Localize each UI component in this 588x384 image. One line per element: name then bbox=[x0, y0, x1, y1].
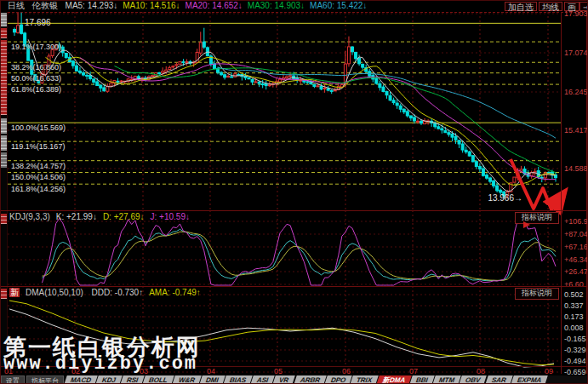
axis-tick-label: -0.165 bbox=[564, 335, 586, 343]
indicator-tab-SAR[interactable]: SAR bbox=[485, 375, 512, 384]
kdj-header: KDJ(9,3,3)K: +21.99↓D: +27.69↓J: +10.59↓ bbox=[9, 212, 202, 221]
candlestick-panel bbox=[8, 12, 561, 210]
dma-panel bbox=[8, 286, 561, 366]
axis-tick-label: 0.337 bbox=[564, 302, 584, 310]
ma-readouts: MA5: 14.293↓MA10: 14.516↓MA20: 14.652↓MA… bbox=[66, 1, 373, 10]
axis-tick-label: 14.588 bbox=[564, 165, 588, 173]
indicator-tab-新DMA[interactable]: 新DMA bbox=[376, 375, 412, 384]
fib-level-label: 119.1%(15.167) bbox=[11, 143, 65, 151]
add-watchlist-button[interactable]: 加自选 bbox=[505, 2, 537, 11]
axis-tick-label: +6.60 bbox=[564, 281, 584, 289]
left-toolbar-tile[interactable] bbox=[1, 135, 7, 151]
price-axis-border-right bbox=[586, 12, 587, 374]
indicator-tab-ASI[interactable]: ASI bbox=[250, 375, 275, 384]
indicator-readout: DDD: -0.730↑ bbox=[92, 288, 144, 297]
indicator-readout: D: +27.69↓ bbox=[103, 212, 145, 221]
left-toolbar bbox=[1, 12, 8, 368]
indicator-tab-OBV[interactable]: OBV bbox=[460, 375, 488, 384]
axis-tick-label: 0.008 bbox=[564, 324, 584, 332]
month-label: 09 bbox=[545, 368, 553, 375]
swing-low-label: 13.966→ bbox=[482, 194, 522, 203]
fib-level-label: 150.0%(14.506) bbox=[11, 174, 66, 181]
axis-tick-label: 17.903 bbox=[564, 10, 588, 18]
fib-level-label: 138.2%(14.757) bbox=[11, 163, 66, 170]
axis-tick-label: +106.9 bbox=[564, 218, 588, 226]
indicator-tab-BOLL[interactable]: BOLL bbox=[143, 375, 174, 384]
ma-readout: MA20: 14.652↓ bbox=[186, 1, 243, 10]
month-label: 08 bbox=[477, 368, 485, 375]
ma-readout: MA30: 14.903↓ bbox=[248, 1, 305, 10]
month-label: 02 bbox=[71, 368, 80, 375]
indicator-tab-MTM[interactable]: MTM bbox=[432, 375, 461, 384]
instrument-name[interactable]: 伦敦银 bbox=[32, 1, 58, 10]
indicator-tab-BIAS[interactable]: BIAS bbox=[223, 375, 253, 384]
month-label: 03 bbox=[140, 368, 148, 375]
axis-tick-label: +46.34 bbox=[564, 256, 588, 264]
dma-help-button[interactable]: 指标说明 bbox=[515, 288, 559, 300]
axis-tick-label: 0.173 bbox=[564, 313, 584, 321]
axis-tick-label: +26.47 bbox=[564, 268, 588, 276]
left-toolbar-tile[interactable] bbox=[1, 40, 7, 115]
indicator-tab-MACD[interactable]: MACD bbox=[64, 375, 98, 384]
indicator-readout: J: +10.59↓ bbox=[151, 212, 190, 221]
play-marker-icon bbox=[523, 221, 530, 228]
swing-high-label: 17.696 bbox=[25, 19, 51, 27]
dma-new-badge: 新 bbox=[9, 288, 20, 297]
left-toolbar-tile[interactable] bbox=[1, 214, 7, 224]
left-toolbar-tile[interactable] bbox=[1, 289, 7, 299]
left-toolbar-tile[interactable] bbox=[1, 152, 7, 168]
indicator-tab-ARBR[interactable]: ARBR bbox=[294, 375, 327, 384]
axis-tick-label: 15.417 bbox=[564, 127, 588, 135]
month-label: 04 bbox=[207, 368, 215, 375]
ma-readout: MA5: 14.293↓ bbox=[66, 1, 118, 10]
ma-readout: MA60: 15.422↓ bbox=[310, 1, 367, 10]
tab-指标平台[interactable]: 指标平台 bbox=[26, 375, 64, 384]
ma-toggle-button[interactable]: 均线 bbox=[539, 2, 562, 11]
indicator-tab-TRIX[interactable]: TRIX bbox=[350, 375, 379, 384]
month-label: 06 bbox=[342, 368, 351, 375]
dma-chart bbox=[8, 286, 561, 366]
chart-header: 日线 伦敦银 MA5: 14.293↓MA10: 14.516↓MA20: 14… bbox=[8, 1, 588, 13]
indicator-tab-DPO[interactable]: DPO bbox=[324, 375, 352, 384]
month-label: 05 bbox=[274, 368, 283, 375]
fib-level-label: 61.8%(16.389) bbox=[11, 86, 61, 94]
axis-tick-label: +67.16 bbox=[564, 244, 588, 251]
left-toolbar-tile[interactable] bbox=[1, 28, 7, 38]
period-label[interactable]: 日线 bbox=[8, 1, 25, 10]
axis-tick-label: 16.245 bbox=[564, 89, 588, 96]
fib-level-label: 19.1%(17.300) bbox=[11, 43, 61, 51]
left-toolbar-tile[interactable] bbox=[1, 13, 7, 26]
indicator-tab-BBI[interactable]: BBI bbox=[410, 375, 435, 384]
kdj-title[interactable]: KDJ(9,3,3) bbox=[9, 212, 50, 221]
axis-tick-label: -0.494 bbox=[564, 358, 586, 365]
indicator-tab-RSI[interactable]: RSI bbox=[120, 375, 145, 384]
indicator-readout: K: +21.99↓ bbox=[56, 212, 97, 221]
indicator-tab-bar: 设置指标平台MACDKDJRSIBOLLW&RDMIBIASASIVRARBRD… bbox=[1, 375, 588, 384]
indicator-tab-DMI[interactable]: DMI bbox=[199, 375, 225, 384]
fib-level-label: 38.2%(16.860) bbox=[11, 64, 61, 72]
indicator-tab-VR[interactable]: VR bbox=[273, 375, 296, 384]
kdj-chart bbox=[8, 210, 561, 286]
dma-header: 新DMA(10,50,10) DDD: -0.730↑AMA: -0.749↑ bbox=[9, 288, 213, 297]
indicator-tab-KDJ[interactable]: KDJ bbox=[95, 375, 123, 384]
left-toolbar-tile[interactable] bbox=[1, 118, 7, 134]
candlestick-chart bbox=[8, 12, 561, 210]
axis-tick-label: 17.074 bbox=[564, 49, 588, 57]
indicator-readout: AMA: -0.749↑ bbox=[149, 288, 201, 297]
fib-level-label: 161.8%(14.256) bbox=[11, 186, 66, 193]
axis-tick-label: +87.04 bbox=[564, 231, 588, 238]
dma-title[interactable]: DMA(10,50,10) bbox=[26, 288, 83, 297]
month-label: 07 bbox=[409, 368, 418, 375]
chart-application-window: 日线 伦敦银 MA5: 14.293↓MA10: 14.516↓MA20: 14… bbox=[0, 0, 588, 384]
fib-level-label: 100.0%(15.569) bbox=[11, 124, 66, 132]
fib-level-label: 50.0%(16.633) bbox=[11, 75, 61, 83]
kdj-help-button[interactable]: 指标说明 bbox=[515, 212, 559, 224]
price-axis-border-left bbox=[561, 12, 562, 374]
tab-设置[interactable]: 设置 bbox=[1, 375, 25, 384]
axis-tick-label: -0.329 bbox=[564, 347, 586, 354]
indicator-tab-EXPMA[interactable]: EXPMA bbox=[511, 375, 548, 384]
indicator-tab-W&R[interactable]: W&R bbox=[172, 375, 202, 384]
axis-tick-label: 0.502 bbox=[564, 291, 584, 299]
ma-readout: MA10: 14.516↓ bbox=[123, 1, 180, 10]
kdj-panel bbox=[8, 210, 561, 286]
